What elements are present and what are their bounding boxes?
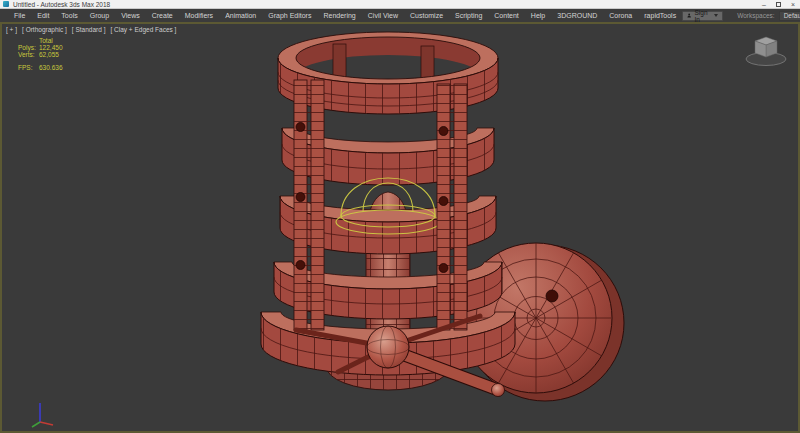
minimize-window-button[interactable]: – bbox=[762, 1, 766, 9]
stats-polys-value: 122,450 bbox=[39, 44, 63, 51]
menu-views[interactable]: Views bbox=[115, 12, 146, 19]
plate-bolt-hole bbox=[546, 290, 558, 302]
stats-polys-label: Polys: bbox=[18, 44, 39, 51]
menu-customize[interactable]: Customize bbox=[404, 12, 449, 19]
title-bar: Untitled - Autodesk 3ds Max 2018 – × bbox=[0, 0, 800, 9]
menu-bar: File Edit Tools Group Views Create Modif… bbox=[0, 9, 800, 22]
menu-3dground[interactable]: 3DGROUND bbox=[551, 12, 603, 19]
world-axis-tripod-icon bbox=[28, 400, 62, 428]
menu-corona[interactable]: Corona bbox=[603, 12, 638, 19]
viewport-label-menus: [ + ] [ Orthographic ] [ Standard ] [ Cl… bbox=[6, 26, 176, 33]
menu-group[interactable]: Group bbox=[84, 12, 115, 19]
stats-fps-value: 630.636 bbox=[39, 64, 63, 71]
viewcube-icon[interactable] bbox=[742, 28, 790, 70]
menu-create[interactable]: Create bbox=[146, 12, 179, 19]
viewport-pov-menu[interactable]: [ Orthographic ] bbox=[22, 26, 67, 33]
person-icon bbox=[687, 12, 691, 19]
3ds-max-app-icon bbox=[3, 1, 9, 7]
restore-window-button[interactable] bbox=[776, 2, 781, 7]
caret-down-icon bbox=[714, 14, 718, 17]
menu-file[interactable]: File bbox=[8, 12, 31, 19]
menu-animation[interactable]: Animation bbox=[219, 12, 262, 19]
stats-verts-label: Verts: bbox=[18, 51, 39, 58]
window-title: Untitled - Autodesk 3ds Max 2018 bbox=[13, 1, 110, 8]
stats-verts-value: 62,055 bbox=[39, 51, 59, 58]
sign-in-label: Sign In bbox=[695, 9, 710, 23]
viewport-style-menu[interactable]: [ Standard ] bbox=[72, 26, 106, 33]
sign-in-button[interactable]: Sign In bbox=[682, 11, 723, 21]
window-controls: – × bbox=[762, 0, 795, 9]
menu-modifiers[interactable]: Modifiers bbox=[179, 12, 219, 19]
menu-help[interactable]: Help bbox=[525, 12, 551, 19]
scene-wall-sconce-lamp-model[interactable] bbox=[2, 24, 798, 431]
viewport-shading-menu[interactable]: [ Clay + Edged Faces ] bbox=[110, 26, 176, 33]
workspaces-dropdown[interactable]: Default bbox=[779, 11, 800, 21]
menu-civil-view[interactable]: Civil View bbox=[362, 12, 404, 19]
menu-rendering[interactable]: Rendering bbox=[317, 12, 361, 19]
close-window-button[interactable]: × bbox=[791, 1, 795, 9]
workspaces-label: Workspaces: bbox=[737, 12, 774, 19]
menu-scripting[interactable]: Scripting bbox=[449, 12, 488, 19]
workspaces-value: Default bbox=[784, 12, 800, 19]
stats-total-label: Total bbox=[39, 37, 53, 44]
menu-rapidtools[interactable]: rapidTools bbox=[638, 12, 682, 19]
menu-graph-editors[interactable]: Graph Editors bbox=[262, 12, 317, 19]
viewport-general-menu[interactable]: [ + ] bbox=[6, 26, 17, 33]
menu-content[interactable]: Content bbox=[488, 12, 525, 19]
viewport-statistics: Total Polys:122,450 Verts:62,055 FPS:630… bbox=[18, 37, 63, 71]
viewport-canvas[interactable]: [ + ] [ Orthographic ] [ Standard ] [ Cl… bbox=[0, 22, 800, 433]
menu-edit[interactable]: Edit bbox=[31, 12, 55, 19]
menu-tools[interactable]: Tools bbox=[55, 12, 83, 19]
sphere-knob bbox=[367, 326, 409, 368]
stats-fps-label: FPS: bbox=[18, 64, 39, 71]
